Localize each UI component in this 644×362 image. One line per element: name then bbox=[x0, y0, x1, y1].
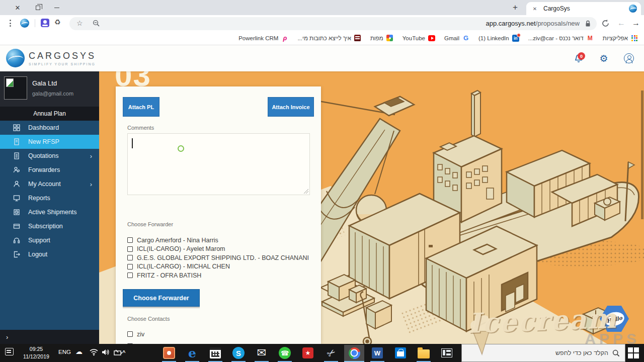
hidden-icons-chevron[interactable]: ^ bbox=[122, 349, 125, 355]
comments-label: Comments bbox=[127, 125, 154, 131]
taskbar-taskview-icon[interactable] bbox=[437, 345, 457, 361]
forwarder-checkbox[interactable] bbox=[127, 246, 133, 252]
taskbar-clock[interactable]: 09:25 11/12/2019 bbox=[17, 345, 55, 360]
new-tab-button[interactable]: + bbox=[508, 1, 522, 14]
cargosys-favicon bbox=[629, 5, 637, 13]
choose-forwarder-label: Choose Forwarder bbox=[127, 221, 173, 227]
taskbar-whatsapp-icon[interactable]: ☎ bbox=[275, 345, 295, 361]
bookmark-powerlink[interactable]: Powerlink CRMρ bbox=[238, 35, 288, 42]
taskbar-word-icon[interactable]: W bbox=[367, 345, 387, 361]
onedrive-cloud-icon[interactable]: ☁ bbox=[75, 347, 83, 355]
clock-date: 11/12/2019 bbox=[17, 353, 55, 360]
pen-battery-icon[interactable] bbox=[114, 349, 123, 358]
resize-handle-icon[interactable] bbox=[304, 189, 308, 194]
action-center-icon[interactable] bbox=[5, 348, 14, 355]
window-restore-button[interactable] bbox=[29, 0, 46, 15]
bookmark-linkedin[interactable]: (1) LinkedInin bbox=[478, 35, 519, 42]
sidebar-collapse-toggle[interactable]: › bbox=[0, 330, 99, 344]
bookmark-gmail[interactable]: GmailG bbox=[444, 35, 469, 42]
taskbar-explorer-icon[interactable] bbox=[414, 345, 434, 361]
cursor-highlight bbox=[178, 145, 184, 152]
tab-close-icon[interactable]: ✕ bbox=[530, 4, 539, 13]
forwarder-row: ICL(IL-CARGO) - MICHAL CHEN bbox=[127, 262, 309, 271]
bookmark-maps[interactable]: מפות bbox=[370, 35, 393, 42]
taskbar-chrome-icon[interactable] bbox=[344, 345, 364, 361]
sidebar-item-new-rfsp[interactable]: New RFSP bbox=[0, 135, 99, 149]
settings-gear-icon[interactable]: ⚙ bbox=[598, 52, 610, 64]
forwarder-label: ICL(IL-CARGO) - MICHAL CHEN bbox=[137, 263, 230, 270]
url-text[interactable]: app.cargosys.net/proposals/new bbox=[486, 20, 580, 27]
comments-textarea[interactable] bbox=[127, 133, 310, 195]
forwarder-checkbox[interactable] bbox=[127, 237, 133, 243]
recycle-extension-icon[interactable]: ♻ bbox=[54, 18, 61, 26]
language-indicator[interactable]: ENG bbox=[58, 349, 71, 355]
contact-checkbox[interactable] bbox=[127, 331, 133, 337]
sidebar-item-reports[interactable]: Reports bbox=[0, 191, 99, 205]
wifi-icon[interactable] bbox=[90, 348, 98, 358]
sidebar-item-subscription[interactable]: Subscription bbox=[0, 219, 99, 233]
bookmark-youtube[interactable]: YouTube bbox=[403, 35, 435, 42]
forwarder-row: G.E.S. GLOBAL EXPORT SHIPPING LTD. - BOA… bbox=[127, 253, 309, 262]
forwarder-label: ICL(IL-CARGO) - Ayelet Marom bbox=[137, 245, 225, 252]
choose-forwarder-button[interactable]: Choose Forwarder bbox=[123, 289, 200, 307]
window-minimize-button[interactable] bbox=[48, 0, 65, 15]
taskbar-store-icon[interactable] bbox=[390, 345, 411, 361]
sidebar-item-quotations[interactable]: Quotations › bbox=[0, 149, 99, 163]
taskbar: 09:25 11/12/2019 ENG ☁ ^ e S ✉ ☎ ★ ✂ W ה… bbox=[0, 344, 644, 362]
new-rfsp-icon bbox=[13, 138, 20, 145]
browser-toolbar: ♻ ☆ app.cargosys.net/proposals/new ← → bbox=[0, 15, 644, 31]
back-button[interactable]: ← bbox=[616, 18, 627, 29]
attach-pl-button[interactable]: Attach PL bbox=[123, 97, 159, 117]
forwarder-checkbox[interactable] bbox=[127, 264, 133, 269]
taskbar-search-box[interactable]: הקלד כאן כדי לחפש bbox=[461, 344, 625, 362]
logout-icon bbox=[13, 251, 20, 258]
taskbar-edge-icon[interactable]: e bbox=[182, 345, 202, 361]
taskbar-skype-icon[interactable]: S bbox=[228, 345, 249, 361]
bookmark-askpal[interactable]: איך לייצא כתובות מי... bbox=[297, 35, 361, 42]
volume-icon[interactable] bbox=[102, 348, 110, 358]
start-button[interactable] bbox=[628, 347, 639, 358]
sidebar-item-support[interactable]: Support bbox=[0, 233, 99, 247]
window-close-button[interactable]: ✕ bbox=[9, 0, 26, 15]
sidebar-item-active-shipments[interactable]: Active Shipments bbox=[0, 205, 99, 219]
askpal-icon bbox=[354, 35, 361, 42]
sidebar-item-forwarders[interactable]: Forwarders bbox=[0, 163, 99, 177]
address-bar[interactable]: ☆ app.cargosys.net/proposals/new bbox=[69, 17, 597, 30]
browser-tab[interactable]: ✕ CargoSys bbox=[526, 2, 641, 15]
sidebar-item-logout[interactable]: Logout bbox=[0, 247, 99, 261]
forwarder-checkbox[interactable] bbox=[127, 273, 133, 278]
bookmark-gmail-inbox[interactable]: דואר נכנס - ziv@car...M bbox=[528, 35, 594, 42]
sidebar-item-my-account[interactable]: My Account › bbox=[0, 177, 99, 191]
forwarder-label: Cargo Amerford - Nina Harris bbox=[137, 237, 218, 244]
bookmark-apps[interactable]: אפליקציות bbox=[603, 35, 638, 42]
app-header: CARGOSYS SIMPLIFY YOUR SHIPPING ⚙ bbox=[0, 45, 644, 71]
page-scrollbar[interactable] bbox=[641, 90, 643, 219]
search-icon bbox=[612, 349, 620, 357]
apps-grid-icon bbox=[631, 35, 638, 42]
cargosys-logo[interactable]: CARGOSYS SIMPLIFY YOUR SHIPPING bbox=[6, 49, 96, 67]
reload-button[interactable] bbox=[600, 18, 611, 29]
attach-invoice-button[interactable]: Attach Invoice bbox=[268, 97, 314, 117]
taskbar-snipping-icon[interactable]: ✂ bbox=[321, 345, 341, 361]
purple-extension-icon[interactable] bbox=[41, 19, 49, 27]
cargosys-extension-icon[interactable] bbox=[20, 19, 29, 28]
forwarder-checkbox[interactable] bbox=[127, 255, 133, 260]
zoom-out-icon[interactable] bbox=[93, 20, 100, 29]
toolbar-divider bbox=[35, 19, 35, 27]
contacts-list: ziv bbox=[127, 330, 144, 339]
sidebar-item-dashboard[interactable]: Dashboard bbox=[0, 121, 99, 135]
cargosys-globe-icon bbox=[6, 49, 25, 67]
bookmarks-bar: אפליקציות דואר נכנס - ziv@car...M (1) Li… bbox=[0, 31, 644, 45]
linkedin-icon: in bbox=[512, 35, 519, 42]
browser-menu-icon[interactable] bbox=[6, 19, 14, 28]
google-g-icon: G bbox=[462, 35, 469, 42]
taskbar-mail-icon[interactable]: ✉ bbox=[252, 345, 272, 361]
forward-button[interactable]: → bbox=[630, 18, 641, 29]
minimize-icon bbox=[54, 8, 59, 8]
account-icon[interactable] bbox=[623, 52, 635, 64]
taskbar-wunderlist-icon[interactable]: ★ bbox=[298, 345, 318, 361]
lock-icon[interactable] bbox=[585, 20, 591, 29]
taskbar-calendar-icon[interactable] bbox=[205, 345, 225, 361]
taskbar-recorder-icon[interactable] bbox=[159, 345, 179, 361]
bookmark-star-icon[interactable]: ☆ bbox=[76, 19, 83, 27]
